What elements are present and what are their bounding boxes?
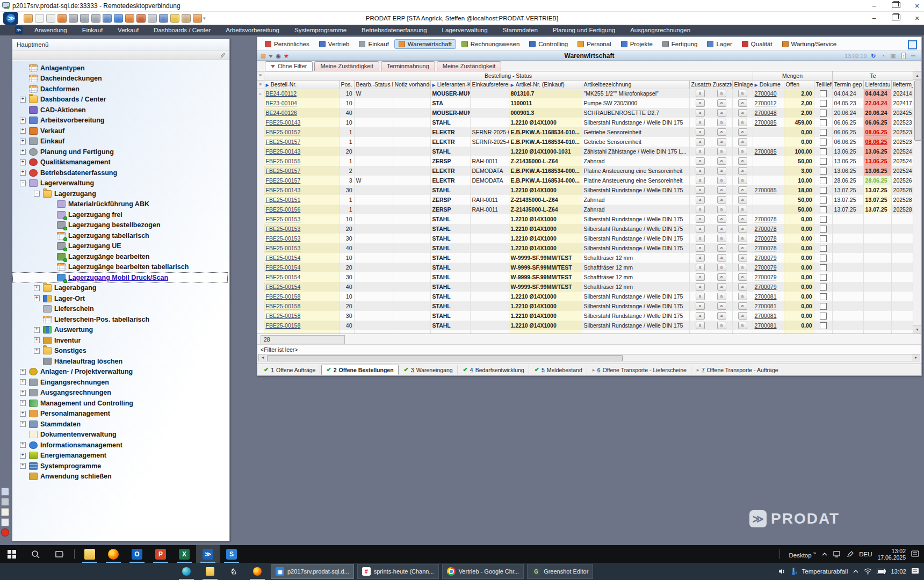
expand-icon[interactable]: + [20, 139, 26, 144]
expand-icon[interactable]: + [20, 149, 26, 155]
partial-delivery-checkbox[interactable] [820, 139, 827, 146]
column-header-teilliefe[interactable]: Teilliefe [814, 80, 832, 89]
column-header-dokume[interactable]: ▶Dokume [753, 80, 784, 89]
filter-tab-meine-zuständigkeit-1[interactable]: Meine Zuständigkeit [314, 61, 379, 71]
filter-tab-meine-zuständigkeit-3[interactable]: Meine Zuständigkeit [437, 61, 501, 71]
additional-text-button[interactable]: a [696, 128, 705, 136]
expand-icon[interactable]: + [20, 369, 26, 375]
partial-delivery-checkbox[interactable] [820, 90, 827, 97]
filter-tab-terminmahnung-2[interactable]: Terminmahnung [381, 61, 435, 71]
expand-icon[interactable]: + [20, 421, 26, 427]
additional-text-button[interactable]: a [696, 109, 705, 117]
table-row[interactable]: FBE25-001572ELEKTRDEMODATAE.B.PKW.A-1168… [257, 166, 914, 176]
visibility-icon[interactable]: ◉ [276, 51, 281, 61]
order-number-link[interactable]: FBE25-00154 [266, 255, 301, 261]
sidebar-item-lagerzugang[interactable]: -Lagerzugang [12, 189, 229, 199]
additional-text-button[interactable]: a [717, 235, 726, 242]
list-icon[interactable] [1, 518, 9, 526]
partial-delivery-checkbox[interactable] [820, 235, 827, 242]
expand-icon[interactable]: + [34, 295, 40, 301]
table-row[interactable]: FBE25-0014330STAHL1.2210 Ø14X1000Silbers… [257, 185, 914, 195]
document-link[interactable]: 2700079 [755, 264, 777, 271]
additional-text-button[interactable]: a [696, 119, 705, 126]
order-number-link[interactable]: FBE25-00153 [266, 226, 301, 232]
expand-icon[interactable]: + [34, 337, 40, 343]
table-row[interactable]: FBE25-0015430STAHLW-9999-SF.99MM/TESTSch… [257, 272, 914, 282]
column-header-bearb-status-ei[interactable]: Bearb.-Status Ei [354, 80, 393, 89]
insert-button[interactable]: a [738, 148, 747, 155]
order-number-link[interactable]: FBE25-00153 [266, 235, 301, 242]
order-number-link[interactable]: BE24-00126 [266, 110, 297, 116]
insert-button[interactable]: a [738, 254, 747, 262]
column-header-einlage[interactable]: Einlage [732, 80, 753, 89]
view-tab-7-offene-transporte-aufträge[interactable]: ▸7 Offene Transporte - Aufträge [692, 366, 783, 374]
tray-chevron-up-icon[interactable] [853, 569, 859, 574]
formula-icon[interactable] [46, 14, 55, 23]
sidebar-item-lagerzugang-mobil-druck-scan[interactable]: Lagerzugang Mobil Druck/Scan [12, 272, 228, 283]
menu-betriebsdatenerfassung[interactable]: Betriebsdatenerfassung [354, 25, 434, 35]
additional-text-button[interactable]: a [717, 90, 726, 97]
insert-button[interactable]: a [738, 264, 747, 271]
column-header-notiz-vorhanden[interactable]: Notiz vorhanden [393, 80, 430, 89]
menu-verkauf[interactable]: Verkauf [110, 25, 146, 35]
sidebar-item-arbeitsvorbereitung[interactable]: +Arbeitsvorbereitung [12, 115, 229, 126]
table-row[interactable]: FBE25-0015330STAHL1.2210 Ø14X1000Silbers… [257, 234, 914, 243]
partial-delivery-checkbox[interactable] [820, 168, 827, 175]
additional-text-button[interactable]: a [717, 206, 726, 213]
sidebar-item-dachformen[interactable]: Dachformen [12, 84, 229, 95]
order-number-link[interactable]: FBE25-00154 [266, 274, 301, 280]
additional-text-button[interactable]: a [696, 148, 705, 155]
partial-delivery-checkbox[interactable] [820, 313, 827, 320]
document-link[interactable]: 2700078 [755, 235, 777, 242]
document-link[interactable]: 2700085 [755, 119, 777, 126]
order-number-link[interactable]: FBE25-00153 [266, 216, 301, 222]
order-number-link[interactable]: FBE25-00156 [266, 206, 301, 213]
insert-button[interactable]: a [738, 273, 747, 281]
view-tab-5-meldebestand[interactable]: ✔5 Meldebestand [530, 365, 587, 374]
user-help-icon[interactable] [69, 14, 78, 23]
sidebar-item-lagerzugang-bestellbezogen[interactable]: Lagerzugang bestellbezogen [12, 220, 229, 231]
sidebar-item-lagerzugänge-bearbeiten[interactable]: Lagerzugänge bearbeiten [12, 251, 229, 262]
table-row[interactable]: FBE25-0014310STAHL1.2210 Ø14X1000Silbers… [257, 118, 914, 127]
scroll-right-icon[interactable]: ▸ [912, 354, 920, 361]
additional-text-button[interactable]: a [696, 196, 705, 204]
tab-wartung-service[interactable]: Wartung/Service [778, 39, 841, 49]
collapse-icon[interactable]: - [20, 180, 26, 186]
additional-text-button[interactable]: a [717, 167, 726, 175]
additional-text-button[interactable]: a [717, 148, 726, 155]
additional-text-button[interactable]: a [717, 283, 726, 291]
table-row[interactable]: FBE25-001511ZERSPRAH-0011Z-21435000-L-Z6… [257, 195, 914, 205]
window-list-icon[interactable] [908, 40, 917, 49]
partial-delivery-checkbox[interactable] [820, 216, 827, 223]
partial-delivery-checkbox[interactable] [820, 293, 827, 300]
sidebar-item-lieferschein[interactable]: Lieferschein [12, 304, 229, 315]
insert-button[interactable]: a [738, 128, 747, 136]
table-row[interactable]: FBE25-001573WELEKTRDEMODATAE.B.PKW.A-116… [257, 176, 914, 185]
order-number-link[interactable]: FBE25-00158 [266, 303, 301, 309]
order-number-link[interactable]: FBE25-00152 [266, 129, 301, 135]
sidebar-item-qualitätsmanagement[interactable]: +Qualitätsmanagement [12, 157, 229, 168]
window-grid-icon[interactable] [159, 14, 168, 23]
additional-text-button[interactable]: a [696, 283, 705, 291]
document-link[interactable]: 2700079 [755, 255, 777, 261]
box-up-icon[interactable] [182, 14, 191, 23]
close-button[interactable]: × [913, 2, 921, 10]
insert-button[interactable]: a [738, 283, 747, 291]
favorite-icon[interactable]: ★ [284, 51, 289, 61]
menu-anwendung[interactable]: Anwendung [27, 25, 75, 35]
record-icon[interactable] [1, 528, 9, 536]
tab-rechnungswesen[interactable]: Rechnungswesen [457, 39, 524, 49]
table-row[interactable]: FBE25-0015410STAHLW-9999-SF.99MM/TESTSch… [257, 253, 914, 263]
window-edit-icon[interactable] [103, 14, 112, 23]
partial-delivery-checkbox[interactable] [820, 177, 827, 184]
partial-delivery-checkbox[interactable] [820, 110, 827, 117]
column-header-termin-gep[interactable]: Termin gep [832, 80, 863, 89]
help-icon[interactable] [114, 14, 123, 23]
taskbar-wolf-app[interactable]: ♘ [222, 563, 246, 580]
sidebar-item-lagerzugang-frei[interactable]: Lagerzugang frei [12, 209, 229, 220]
remote-clock[interactable]: 13:02 17.06.2025 [877, 548, 906, 561]
partial-delivery-checkbox[interactable] [820, 255, 827, 262]
user-edit-icon[interactable] [91, 14, 100, 23]
vertical-scrollbar[interactable]: ▲ ▼ [913, 71, 921, 334]
taskbar-explorer[interactable] [78, 545, 102, 563]
